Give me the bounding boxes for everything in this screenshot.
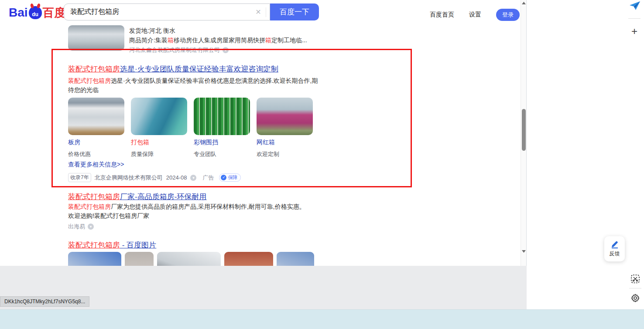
ad-caption-row: 板房 价格优惠 打包箱 质量保障 彩钢围挡 专业团队 网红箱 欢迎定制 (68, 139, 319, 158)
ad-card-label[interactable]: 打包箱 (131, 139, 187, 146)
indexed-years-badge: 收录7年 (68, 173, 91, 182)
partial-source-name[interactable]: 河北众鑫合装配式房屋制造有限公司 (129, 46, 220, 54)
ad-card-sub: 欢迎定制 (257, 150, 313, 158)
result2-description: 装配式打包箱房厂家为您提供高品质的箱房产品,采用环保材料制作,耐用可靠,价格实惠… (68, 202, 312, 220)
screenshot-scissors-icon[interactable] (631, 275, 640, 285)
link-preview-tooltip: DKk1hcQ8JTMky2hLf7sNYG5q8... (0, 296, 89, 307)
intro-suffix: 定制工地临... (271, 37, 307, 44)
ad-meta-row: 收录7年 北京企腾网络技术有限公司 2024-08 ▾ 广告 ✓ 保障 (68, 173, 241, 182)
ad-card-sub: 价格优惠 (68, 150, 124, 158)
result3-title-highlight: 装配式打包箱房 (68, 241, 120, 249)
ad-title-link[interactable]: 装配式打包箱房选星·火专业团队质量保证经验丰富欢迎咨询定制 (68, 65, 278, 73)
search-divider (266, 7, 266, 17)
login-button[interactable]: 登录 (496, 9, 520, 21)
feedback-button[interactable]: 反馈 (604, 236, 625, 261)
logo-bai-text: Bai (9, 6, 28, 20)
baidu-search-button[interactable]: 百度一下 (270, 3, 319, 20)
ad-title-highlight: 装配式打包箱房 (68, 65, 120, 73)
source-expand-icon[interactable]: ▾ (223, 47, 229, 53)
result2-title-highlight: 装配式打包箱房 (68, 193, 120, 201)
intro-prefix: 商品简介:集装 (129, 37, 168, 44)
ad-result-title[interactable]: 装配式打包箱房选星·火专业团队质量保证经验丰富欢迎咨询定制 (68, 64, 278, 74)
ad-company[interactable]: 北京企腾网络技术有限公司 (95, 174, 163, 182)
search-box: ✕ (64, 3, 270, 20)
baidu-results-page: Bai du 百度 ✕ 百度一下 百度首页 设置 登录 发货地:河北 衡水 商品… (0, 0, 521, 266)
scrollbar-thumb[interactable] (522, 109, 526, 151)
pencil-icon (610, 241, 619, 248)
page-scrollbar[interactable] (521, 0, 526, 266)
search-input[interactable] (64, 8, 251, 16)
header-nav: 百度首页 设置 登录 (430, 9, 520, 21)
source-expand-icon[interactable]: ▾ (88, 224, 94, 230)
intro-highlight-2: 箱 (265, 37, 271, 44)
result2-source-row: 出海易 ▾ (68, 223, 94, 231)
intro-highlight-1: 箱 (168, 37, 174, 44)
ad-label: 广告 (202, 174, 214, 182)
intro-mid: 移动房住人集成房屋家用简易快拼 (174, 37, 265, 44)
result3-thumb-image[interactable] (277, 252, 314, 266)
ad-card-2: 彩钢围挡 专业团队 (194, 139, 250, 158)
baidu-paw-icon: du (29, 6, 42, 19)
ad-card-label[interactable]: 板房 (68, 139, 124, 146)
sidebar-divider (629, 288, 641, 288)
result2-title[interactable]: 装配式打包箱房厂家-高品质箱房-环保耐用 (68, 192, 206, 202)
ad-thumb-wanghong-image[interactable] (257, 98, 313, 135)
browser-edge-divider (526, 0, 527, 266)
result2-title-link[interactable]: 装配式打包箱房厂家-高品质箱房-环保耐用 (68, 193, 206, 201)
result2-desc-highlight: 装配式打包箱房 (68, 203, 111, 210)
paper-plane-icon[interactable] (630, 1, 640, 12)
ad-card-1: 打包箱 质量保障 (131, 139, 187, 158)
ad-thumb-dabaoxiang-image[interactable] (131, 98, 187, 135)
ad-card-3: 网红箱 欢迎定制 (257, 139, 313, 158)
logo-cn-text: 百度 (43, 5, 66, 20)
see-more-link[interactable]: 查看更多相关信息>> (68, 161, 124, 169)
ad-card-label[interactable]: 网红箱 (257, 139, 313, 146)
guarantee-check-icon: ✓ (221, 175, 226, 180)
guarantee-label: 保障 (228, 174, 237, 181)
partial-source-row: 河北众鑫合装配式房屋制造有限公司 ▾ (129, 46, 229, 54)
result3-thumb-image[interactable] (157, 252, 221, 266)
windows-taskbar: 搜索 G Ps (0, 309, 644, 329)
ad-desc-highlight: 装配式打包箱房 (68, 77, 111, 84)
feedback-label: 反馈 (610, 250, 620, 258)
result3-title-link[interactable]: 装配式打包箱房 - 百度图片 (68, 241, 156, 249)
ad-card-sub: 专业团队 (194, 150, 250, 158)
baidu-header: Bai du 百度 ✕ 百度一下 百度首页 设置 登录 (0, 0, 521, 24)
result3-thumb-image[interactable] (125, 252, 154, 266)
ad-thumbnail-row (68, 98, 313, 135)
result2-source-name[interactable]: 出海易 (68, 223, 85, 231)
result3-title-rest: - 百度图片 (120, 241, 156, 249)
add-sidebar-item-icon[interactable]: + (631, 25, 637, 37)
guarantee-badge[interactable]: ✓ 保障 (219, 173, 241, 182)
baidu-logo[interactable]: Bai du 百度 (9, 4, 66, 21)
ad-date: 2024-08 (166, 174, 187, 181)
partial-intro-line: 商品简介:集装箱移动房住人集成房屋家用简易快拼箱定制工地临... (129, 37, 307, 44)
clear-search-icon[interactable]: ✕ (251, 8, 266, 16)
result3-image-strip (68, 252, 314, 266)
ad-thumb-banfang-image[interactable] (68, 98, 124, 135)
result2-title-rest: 厂家-高品质箱房-环保耐用 (120, 193, 206, 201)
ad-title-rest: 选星·火专业团队质量保证经验丰富欢迎咨询定制 (120, 65, 278, 73)
source-expand-icon[interactable]: ▾ (190, 175, 196, 181)
ad-card-sub: 质量保障 (131, 150, 187, 158)
partial-ship-line: 发货地:河北 衡水 (129, 27, 175, 35)
ad-result-description: 装配式打包箱房选星·火专业团队质量保证经验丰富价格优惠是您满意的选择.欢迎长期合… (68, 76, 320, 95)
nav-settings[interactable]: 设置 (469, 11, 481, 19)
settings-gear-icon[interactable] (631, 294, 640, 304)
ad-thumb-caigang-image[interactable] (194, 98, 250, 135)
nav-baidu-home[interactable]: 百度首页 (430, 11, 454, 19)
result3-thumb-image[interactable] (224, 252, 273, 266)
ad-card-0: 板房 价格优惠 (68, 139, 124, 158)
ad-card-label[interactable]: 彩钢围挡 (194, 139, 250, 146)
result3-thumb-image[interactable] (68, 252, 121, 266)
sidebar-divider (628, 18, 641, 19)
result3-title[interactable]: 装配式打包箱房 - 百度图片 (68, 240, 156, 250)
partial-result-image[interactable] (68, 25, 124, 51)
